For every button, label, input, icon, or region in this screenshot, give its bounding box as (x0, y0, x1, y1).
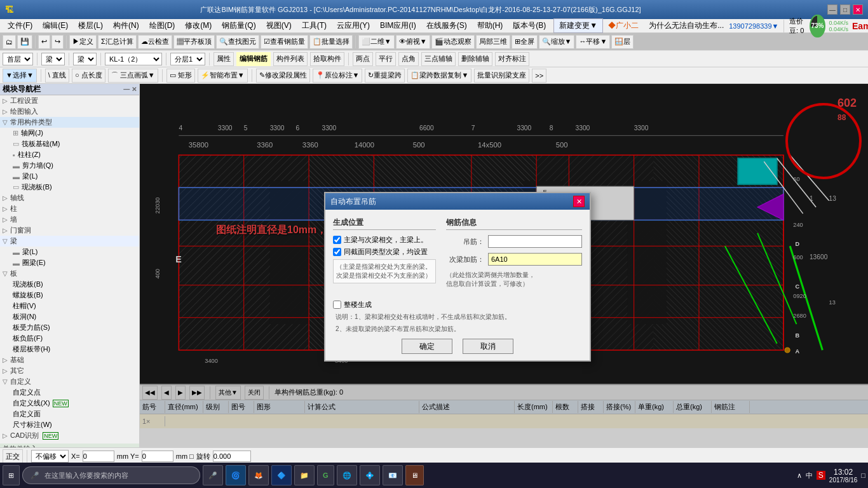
tb-sum-calc[interactable]: Σ汇总计算 (98, 35, 137, 49)
menu-guang-xiao[interactable]: ◆广小二 (603, 19, 644, 32)
tb-pan[interactable]: ↔平移▼ (576, 35, 610, 49)
menu-version[interactable]: 版本号(B) (508, 19, 551, 32)
tb-save[interactable]: 💾 (17, 35, 32, 49)
sidebar-item-column[interactable]: ▪柱柱(Z) (0, 149, 139, 160)
sidebar-item-cast-slab[interactable]: 现浇板(B) (0, 279, 139, 290)
menu-tools[interactable]: 工具(T) (297, 19, 332, 32)
tb-redo[interactable]: ↪ (51, 35, 64, 49)
sidebar-item-custom-line[interactable]: 自定义线(X) NEW (0, 398, 139, 409)
tb-modify-seg[interactable]: ✎修改梁段属性 (256, 69, 310, 83)
taskbar-app-4[interactable]: 🔷 (271, 465, 292, 485)
menu-edit[interactable]: 编辑(E) (37, 19, 73, 32)
menu-online[interactable]: 在线服务(S) (421, 19, 472, 32)
taskbar-app-8[interactable]: 💠 (360, 465, 380, 485)
taskbar-app-5[interactable]: 📁 (294, 465, 315, 485)
sidebar-item-spiral-slab[interactable]: 螺旋板(B) (0, 290, 139, 301)
checkbox-same-section[interactable]: 同截面同类型次梁，均设置 (333, 247, 436, 257)
checkbox-whole-building-input[interactable] (333, 301, 341, 309)
sidebar-item-beam-l[interactable]: ▬梁(L) (0, 247, 139, 257)
sidebar-item-draw-input[interactable]: ▷ 绘图输入 (0, 106, 139, 117)
x-input[interactable] (83, 451, 114, 462)
menu-floor[interactable]: 楼层(L) (73, 19, 108, 32)
menu-help[interactable]: 帮助(H) (472, 19, 508, 32)
sidebar-item-axle[interactable]: ⊞轴网(J) (0, 128, 139, 139)
tb-del-axis[interactable]: 删除辅轴 (458, 52, 492, 66)
tb-comp-list[interactable]: 构件列表 (273, 52, 308, 66)
tb-pick-comp[interactable]: 拾取构件 (310, 52, 344, 66)
tb-edit-rebar[interactable]: 编辑钢筋 (236, 52, 271, 66)
y-input[interactable] (142, 451, 173, 462)
sidebar-item-project-settings[interactable]: ▷ 工程设置 (0, 95, 139, 106)
minimize-button[interactable]: — (827, 4, 837, 15)
modal-ok-button[interactable]: 确定 (402, 339, 452, 354)
sidebar-item-doors-windows[interactable]: ▷门窗洞 (0, 225, 139, 236)
tb-new[interactable]: 🗂 (3, 35, 16, 49)
tb-cloud-check[interactable]: ☁云检查 (138, 35, 172, 49)
modal-suspend-input[interactable] (488, 235, 582, 248)
tb-span-copy[interactable]: 📋梁跨数据复制▼ (407, 69, 471, 83)
menu-view[interactable]: 视图(V) (261, 19, 297, 32)
checkbox-main-beam[interactable]: 主梁与次梁相交，主梁上。 (333, 235, 436, 245)
tb-three-axis[interactable]: 三点辅轴 (421, 52, 456, 66)
sidebar-item-single-comp[interactable]: 单构件输入 (0, 444, 139, 447)
floor-select[interactable]: 首层 (3, 53, 33, 65)
checkbox-same-section-input[interactable] (333, 248, 341, 256)
tb-parallel[interactable]: 平行 (376, 52, 396, 66)
taskbar-app-7[interactable]: 🌐 (337, 465, 357, 485)
layer-select[interactable]: 分层1 (170, 53, 205, 65)
menu-auto-gen[interactable]: 为什么无法自动生布... (644, 19, 729, 32)
tb-dynamic[interactable]: 🎬动态观察 (431, 35, 475, 49)
tb-find-elem[interactable]: 🔍查找图元 (216, 35, 259, 49)
sidebar-item-beams[interactable]: ▽梁 (0, 236, 139, 247)
sidebar-item-custom[interactable]: ▽自定义 (0, 376, 139, 387)
taskbar-app-1[interactable]: 🎤 (203, 465, 223, 485)
tb-point-len[interactable]: ○ 点长度 (72, 69, 105, 83)
sidebar-item-cols[interactable]: ▷柱 (0, 203, 139, 214)
sidebar-item-cad[interactable]: ▷CAD识别 NEW (0, 430, 139, 441)
element-select[interactable]: KL-1（2） (105, 53, 162, 65)
taskbar-search[interactable]: 🎤 在这里输入你要搜索的内容 (22, 466, 200, 484)
checkbox-main-beam-input[interactable] (333, 236, 341, 244)
menu-rebar-qty[interactable]: 钢筋量(Q) (217, 19, 261, 32)
sidebar-controls[interactable]: — ✕ (123, 86, 137, 93)
tb-select[interactable]: ▼选择▼ (3, 69, 37, 83)
tb-two-point[interactable]: 两点 (353, 52, 373, 66)
taskbar-app-3[interactable]: 🦊 (248, 465, 269, 485)
maximize-button[interactable]: □ (840, 4, 850, 15)
tb-2d[interactable]: ⬜二维▼ (358, 35, 395, 49)
sidebar-item-floor-band[interactable]: 楼层板带(H) (0, 344, 139, 355)
tb-rect[interactable]: ▭ 矩形 (166, 69, 195, 83)
menu-new-change[interactable]: 新建变更▼ (553, 18, 603, 33)
tb-line[interactable]: \ 直线 (45, 69, 69, 83)
menu-draw[interactable]: 绘图(D) (144, 19, 180, 32)
sidebar-item-raft[interactable]: ▭筏板基础(M) (0, 139, 139, 149)
taskbar-app-2[interactable]: 🌀 (226, 465, 246, 485)
sidebar-item-slab-rebar[interactable]: 板受力筋(S) (0, 322, 139, 333)
menu-modify[interactable]: 修改(M) (180, 19, 217, 32)
tb-align-top[interactable]: ▦平齐板顶 (173, 35, 215, 49)
modal-close-button[interactable]: ✕ (573, 196, 585, 207)
taskbar-notification[interactable]: □ (861, 471, 865, 479)
tb-layer[interactable]: 🪟层 (611, 35, 634, 49)
tb-smart-place[interactable]: ⚡智能布置▼ (198, 69, 248, 83)
sidebar-item-slab[interactable]: ▭现浇板(B) (0, 182, 139, 193)
sidebar-item-others[interactable]: ▷其它 (0, 365, 139, 376)
modal-sec-beam-input[interactable] (488, 253, 582, 266)
comp-name-select[interactable]: 梁 (73, 53, 97, 65)
tb-top-view[interactable]: 👁俯视▼ (396, 35, 430, 49)
rotate-input[interactable] (213, 451, 251, 462)
tb-batch-recog[interactable]: 批量识别梁支座 (474, 69, 529, 83)
tb-view-rebar[interactable]: ☑查看钢筋量 (261, 35, 308, 49)
tb-zoom[interactable]: 🔍缩放▼ (539, 35, 575, 49)
taskbar-app-9[interactable]: 📧 (383, 465, 403, 485)
sidebar-item-slabs[interactable]: ▽板 (0, 268, 139, 279)
sidebar-item-walls[interactable]: ▷墙 (0, 214, 139, 225)
menu-file[interactable]: 文件(F) (3, 19, 37, 32)
tb-undo[interactable]: ↩ (38, 35, 50, 49)
tb-property[interactable]: 属性 (214, 52, 234, 66)
close-button[interactable]: ✕ (853, 4, 863, 15)
tb-fullscreen[interactable]: ⊞全屏 (512, 35, 538, 49)
sidebar-item-ring-beam[interactable]: ▬圈梁(E) (0, 257, 139, 268)
tb-ortho[interactable]: 正交 (3, 449, 23, 463)
menu-cloud[interactable]: 云应用(Y) (332, 19, 375, 32)
